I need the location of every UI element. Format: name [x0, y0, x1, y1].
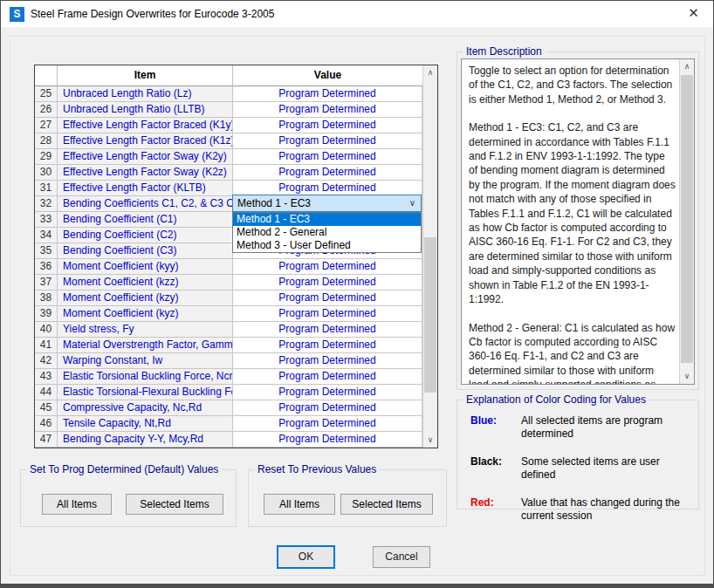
row-number: 46: [35, 416, 58, 432]
row-item-label: Bending Capacity Y-Y, Mcy,Rd: [58, 432, 233, 448]
table-row[interactable]: 29Effective Length Factor Sway (K2y)Prog…: [35, 149, 422, 165]
table-row[interactable]: 47Bending Capacity Y-Y, Mcy,RdProgram De…: [35, 432, 422, 448]
table-scrollbar[interactable]: ∧ ∨: [422, 65, 437, 448]
color-coding-label: Explanation of Color Coding for Values: [463, 393, 649, 406]
dropdown-option-list: Method 1 - EC3Method 2 - GeneralMethod 3…: [232, 212, 422, 253]
row-item-label: Moment Coefficient (kzy): [58, 291, 233, 306]
row-item-label: Moment Coefficient (kyz): [58, 306, 233, 322]
table-row[interactable]: 39Moment Coefficient (kyz)Program Determ…: [35, 306, 422, 322]
bending-coefficients-dropdown[interactable]: Method 1 - EC3 ∨: [232, 195, 422, 212]
description-paragraph: Method 2 - General: C1 is calculated as …: [469, 321, 676, 386]
row-value[interactable]: Program Determined: [233, 353, 422, 369]
table-row[interactable]: 27Effective Length Factor Braced (K1y)Pr…: [35, 118, 422, 133]
row-value[interactable]: Program Determined: [233, 259, 422, 275]
row-value[interactable]: Program Determined: [233, 338, 422, 353]
set-default-selected-items-button[interactable]: Selected Items: [126, 494, 223, 515]
row-value[interactable]: Program Determined: [233, 306, 422, 322]
reset-selected-items-button[interactable]: Selected Items: [340, 494, 433, 515]
row-value[interactable]: Program Determined: [233, 133, 422, 149]
chevron-down-icon: ∨: [409, 195, 415, 211]
row-number: 36: [35, 259, 58, 275]
color-key: Red:: [470, 496, 521, 523]
row-value[interactable]: Program Determined: [233, 291, 422, 306]
table-row[interactable]: 25Unbraced Length Ratio (Lz)Program Dete…: [35, 86, 422, 102]
table-header: Item Value: [35, 65, 437, 86]
row-number: 28: [35, 133, 58, 149]
item-description-text: Toggle to select an option for determina…: [462, 59, 679, 384]
table-row[interactable]: 44Elastic Torsional-Flexural Buckling Fo…: [35, 385, 422, 400]
color-coding-entries: Blue:All selected items are program dete…: [457, 400, 698, 523]
scroll-up-icon[interactable]: ∧: [680, 59, 694, 74]
row-item-label: Unbraced Length Ratio (Lz): [58, 86, 233, 102]
reset-previous-values-group: Reset To Previous Values All Items Selec…: [248, 469, 447, 527]
row-value[interactable]: Program Determined: [233, 102, 422, 118]
row-number: 34: [35, 228, 58, 243]
row-item-label: Warping Constant, Iw: [58, 353, 233, 369]
dropdown-option[interactable]: Method 3 - User Defined: [233, 239, 421, 252]
title-bar: S Steel Frame Design Overwrites for Euro…: [1, 1, 713, 27]
dropdown-selected-value: Method 1 - EC3: [237, 197, 311, 209]
scroll-down-icon[interactable]: ∨: [680, 369, 694, 384]
table-row[interactable]: 38Moment Coefficient (kzy)Program Determ…: [35, 291, 422, 306]
row-item-label: Bending Coefficients C1, C2, & C3 Op...: [58, 196, 233, 212]
row-value[interactable]: Program Determined: [233, 118, 422, 133]
table-row[interactable]: 28Effective Length Factor Braced (K1z)Pr…: [35, 133, 422, 149]
item-description-box: Toggle to select an option for determina…: [461, 58, 695, 385]
row-item-label: Yield stress, Fy: [58, 322, 233, 338]
row-value[interactable]: Program Determined: [233, 149, 422, 165]
close-icon[interactable]: ✕: [674, 1, 713, 27]
column-header-value: Value: [233, 65, 422, 86]
row-item-label: Effective Length Factor (KLTB): [58, 181, 233, 196]
reset-all-items-button[interactable]: All Items: [264, 494, 335, 515]
row-item-label: Effective Length Factor Braced (K1z): [58, 133, 233, 149]
row-value[interactable]: Program Determined: [233, 322, 422, 338]
table-scrollbar-thumb[interactable]: [424, 237, 436, 393]
column-header-number: [35, 65, 58, 86]
sap2000-app-icon: S: [10, 7, 24, 22]
table-row[interactable]: 45Compressive Capacity, Nc,RdProgram Det…: [35, 400, 422, 416]
row-item-label: Bending Coefficient (C3): [58, 243, 233, 259]
row-value[interactable]: Program Determined: [233, 400, 422, 416]
row-item-label: Bending Coefficient (C2): [58, 228, 233, 243]
dropdown-option[interactable]: Method 1 - EC3: [233, 213, 421, 226]
row-value[interactable]: Program Determined: [233, 369, 422, 385]
row-item-label: Bending Coefficient (C1): [58, 212, 233, 228]
row-value[interactable]: Program Determined: [233, 165, 422, 181]
dropdown-option[interactable]: Method 2 - General: [233, 226, 421, 239]
set-default-values-label: Set To Prog Determined (Default) Values: [26, 463, 222, 475]
row-item-label: Elastic Torsional-Flexural Buckling For.…: [58, 385, 233, 400]
description-paragraph: Method 1 - EC3: C1, C2, and C3 are deter…: [469, 120, 676, 306]
description-scrollbar-thumb[interactable]: [681, 75, 693, 363]
table-row[interactable]: 43Elastic Torsional Buckling Force, NcrT…: [35, 369, 422, 385]
row-number: 47: [35, 432, 58, 448]
row-value[interactable]: Program Determined: [233, 416, 422, 432]
row-number: 45: [35, 400, 58, 416]
scroll-down-icon[interactable]: ∨: [423, 433, 437, 448]
table-row[interactable]: 42Warping Constant, IwProgram Determined: [35, 353, 422, 369]
row-number: 42: [35, 353, 58, 369]
window-title: Steel Frame Design Overwrites for Euroco…: [31, 1, 274, 27]
row-item-label: Elastic Torsional Buckling Force, NcrT: [58, 369, 233, 385]
item-description-label: Item Description: [463, 45, 546, 58]
ok-button[interactable]: OK: [277, 545, 335, 569]
table-row[interactable]: 46Tensile Capacity, Nt,RdProgram Determi…: [35, 416, 422, 432]
set-default-all-items-button[interactable]: All Items: [42, 494, 112, 515]
color-coding-group: Explanation of Color Coding for Values B…: [457, 400, 699, 509]
description-scrollbar[interactable]: ∧ ∨: [679, 59, 694, 384]
scroll-up-icon[interactable]: ∧: [423, 65, 437, 80]
table-row[interactable]: 30Effective Length Factor Sway (K2z)Prog…: [35, 165, 422, 181]
row-item-label: Moment Coefficient (kyy): [58, 259, 233, 275]
table-row[interactable]: 37Moment Coefficient (kzz)Program Determ…: [35, 275, 422, 291]
table-row[interactable]: 26Unbraced Length Ratio (LLTB)Program De…: [35, 102, 422, 118]
row-value[interactable]: Program Determined: [233, 86, 422, 102]
table-row[interactable]: 36Moment Coefficient (kyy)Program Determ…: [35, 259, 422, 275]
table-row[interactable]: 41Material Overstrength Factor, Gamma...…: [35, 338, 422, 353]
row-value[interactable]: Program Determined: [233, 385, 422, 400]
row-number: 38: [35, 291, 58, 306]
cancel-button[interactable]: Cancel: [373, 546, 430, 568]
row-value[interactable]: Program Determined: [233, 432, 422, 448]
row-number: 44: [35, 385, 58, 400]
row-number: 37: [35, 275, 58, 291]
table-row[interactable]: 40Yield stress, FyProgram Determined: [35, 322, 422, 338]
row-value[interactable]: Program Determined: [233, 275, 422, 291]
